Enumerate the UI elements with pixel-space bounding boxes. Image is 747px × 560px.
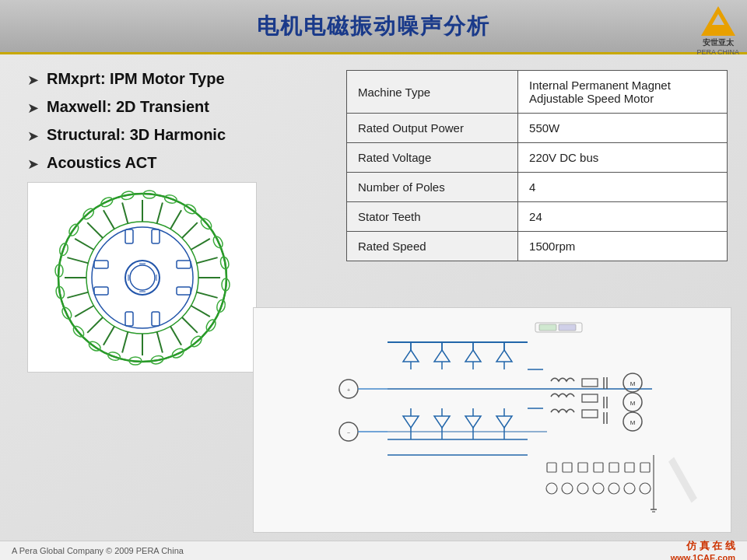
svg-rect-58	[152, 312, 160, 326]
bullet-text-1: RMxprt: IPM Motor Type	[47, 70, 225, 88]
page-title: 电机电磁振动噪声分析	[257, 12, 490, 41]
svg-rect-68	[539, 324, 556, 331]
bullet-item-2: ➤ Maxwell: 2D Transient	[27, 98, 335, 117]
right-panel: Machine TypeInternal Permanent Magnet Ad…	[342, 62, 731, 303]
bullet-item-4: ➤ Acoustics ACT	[27, 154, 335, 173]
bullet-item-3: ➤ Structural: 3D Harmonic	[27, 126, 335, 145]
svg-rect-60	[94, 287, 108, 295]
svg-rect-55	[152, 229, 160, 243]
table-cell-param: Machine Type	[347, 71, 518, 114]
table-cell-value: 24	[518, 202, 728, 232]
svg-line-10	[196, 292, 217, 297]
svg-line-25	[103, 210, 114, 229]
svg-text:+: +	[346, 387, 349, 393]
svg-line-22	[67, 257, 88, 263]
svg-line-17	[103, 326, 114, 345]
table-cell-value: 550W	[518, 114, 728, 143]
table-cell-value: 4	[518, 173, 728, 202]
svg-line-19	[75, 306, 93, 317]
svg-point-53	[130, 265, 155, 290]
svg-line-23	[75, 238, 93, 249]
svg-line-6	[181, 222, 197, 238]
circuit-diagram: / + ~	[253, 307, 731, 533]
bullet-text-3: Structural: 3D Harmonic	[47, 126, 226, 144]
footer-brand-line2: www.1CAE.com	[671, 553, 735, 560]
logo-area: 安世亚太 PERA CHINA	[696, 6, 739, 56]
svg-line-5	[170, 210, 181, 229]
svg-text:M: M	[630, 419, 635, 426]
logo-triangle	[701, 6, 735, 36]
table-cell-param: Rated Speed	[347, 232, 518, 261]
table-cell-param: Number of Poles	[347, 173, 518, 202]
table-row: Rated Speed1500rpm	[347, 232, 728, 261]
svg-text:~: ~	[346, 430, 349, 436]
motor-diagram	[27, 182, 257, 373]
table-cell-value: 1500rpm	[518, 232, 728, 261]
bullet-arrow-1: ➤	[27, 72, 39, 89]
svg-rect-54	[125, 229, 133, 243]
logo-subtext: PERA CHINA	[696, 48, 739, 56]
header: 电机电磁振动噪声分析 安世亚太 PERA CHINA	[0, 0, 747, 54]
svg-line-8	[196, 257, 217, 263]
svg-line-7	[191, 238, 209, 249]
svg-line-16	[122, 331, 128, 352]
table-cell-value: Internal Permanent Magnet Adjustable Spe…	[518, 71, 728, 114]
svg-line-12	[181, 317, 197, 333]
bullet-item-1: ➤ RMxprt: IPM Motor Type	[27, 70, 335, 89]
svg-line-4	[156, 202, 162, 223]
table-row: Stator Teeth24	[347, 202, 728, 232]
svg-line-24	[87, 222, 103, 238]
table-cell-param: Rated Output Power	[347, 114, 518, 143]
table-row: Machine TypeInternal Permanent Magnet Ad…	[347, 71, 728, 114]
logo-text: 安世亚太	[703, 37, 734, 48]
svg-text:M: M	[630, 380, 635, 387]
watermark: /	[654, 448, 713, 514]
svg-rect-69	[559, 324, 576, 331]
main-content: ➤ RMxprt: IPM Motor Type ➤ Maxwell: 2D T…	[0, 54, 747, 541]
svg-line-14	[156, 331, 162, 352]
table-cell-param: Stator Teeth	[347, 202, 518, 232]
table-cell-value: 220V DC bus	[518, 143, 728, 173]
svg-line-11	[191, 306, 209, 317]
svg-rect-61	[94, 261, 108, 268]
top-section: ➤ RMxprt: IPM Motor Type ➤ Maxwell: 2D T…	[16, 62, 731, 303]
footer-copyright: A Pera Global Company © 2009 PERA China	[12, 546, 184, 555]
table-row: Rated Voltage220V DC bus	[347, 143, 728, 173]
svg-rect-56	[177, 261, 191, 268]
svg-line-13	[170, 326, 181, 345]
svg-rect-59	[125, 312, 133, 326]
svg-text:M: M	[630, 400, 635, 407]
footer: A Pera Global Company © 2009 PERA China …	[0, 541, 747, 560]
svg-rect-66	[325, 319, 660, 521]
bullet-text-2: Maxwell: 2D Transient	[47, 98, 209, 116]
svg-line-18	[87, 317, 103, 333]
bullet-text-4: Acoustics ACT	[47, 154, 157, 172]
left-panel: ➤ RMxprt: IPM Motor Type ➤ Maxwell: 2D T…	[16, 62, 342, 303]
table-cell-param: Rated Voltage	[347, 143, 518, 173]
table-row: Number of Poles4	[347, 173, 728, 202]
spec-table: Machine TypeInternal Permanent Magnet Ad…	[346, 70, 728, 261]
svg-line-20	[67, 292, 88, 297]
bullet-arrow-3: ➤	[27, 128, 39, 145]
table-row: Rated Output Power550W	[347, 114, 728, 143]
footer-brand-line1: 仿 真 在 线	[671, 539, 735, 553]
svg-line-26	[122, 202, 128, 223]
bullet-arrow-2: ➤	[27, 100, 39, 117]
bullet-arrow-4: ➤	[27, 156, 39, 173]
footer-brand: 仿 真 在 线 www.1CAE.com	[671, 539, 735, 560]
svg-rect-57	[177, 287, 191, 295]
